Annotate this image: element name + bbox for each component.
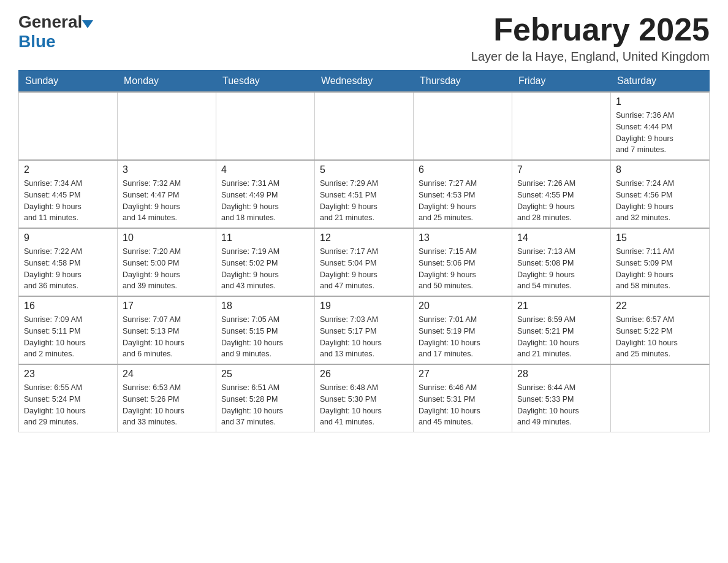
day-number: 27 [419, 369, 507, 380]
day-info: Sunrise: 7:09 AMSunset: 5:11 PMDaylight:… [24, 314, 112, 360]
day-number: 5 [320, 164, 408, 175]
day-info: Sunrise: 7:19 AMSunset: 5:02 PMDaylight:… [221, 246, 309, 292]
day-number: 4 [221, 164, 309, 175]
calendar-week-row: 1Sunrise: 7:36 AMSunset: 4:44 PMDaylight… [19, 92, 710, 160]
calendar-cell [19, 92, 118, 160]
calendar-cell [512, 92, 611, 160]
day-number: 15 [616, 232, 704, 243]
day-info: Sunrise: 6:59 AMSunset: 5:21 PMDaylight:… [517, 314, 605, 360]
day-info: Sunrise: 7:27 AMSunset: 4:53 PMDaylight:… [419, 178, 507, 224]
calendar-cell: 12Sunrise: 7:17 AMSunset: 5:04 PMDayligh… [315, 228, 414, 296]
calendar-cell: 27Sunrise: 6:46 AMSunset: 5:31 PMDayligh… [414, 364, 512, 432]
day-info: Sunrise: 7:32 AMSunset: 4:47 PMDaylight:… [123, 178, 211, 224]
calendar-cell: 8Sunrise: 7:24 AMSunset: 4:56 PMDaylight… [611, 160, 710, 228]
calendar-cell: 18Sunrise: 7:05 AMSunset: 5:15 PMDayligh… [216, 296, 315, 364]
day-number: 26 [320, 369, 408, 380]
day-number: 25 [221, 369, 309, 380]
day-info: Sunrise: 6:44 AMSunset: 5:33 PMDaylight:… [517, 382, 605, 428]
day-info: Sunrise: 7:26 AMSunset: 4:55 PMDaylight:… [517, 178, 605, 224]
calendar-cell: 19Sunrise: 7:03 AMSunset: 5:17 PMDayligh… [315, 296, 414, 364]
day-info: Sunrise: 7:07 AMSunset: 5:13 PMDaylight:… [123, 314, 211, 360]
day-info: Sunrise: 6:53 AMSunset: 5:26 PMDaylight:… [123, 382, 211, 428]
day-number: 28 [517, 369, 605, 380]
day-number: 18 [221, 301, 309, 312]
day-info: Sunrise: 7:03 AMSunset: 5:17 PMDaylight:… [320, 314, 408, 360]
day-number: 11 [221, 232, 309, 243]
day-number: 19 [320, 301, 408, 312]
calendar-cell: 13Sunrise: 7:15 AMSunset: 5:06 PMDayligh… [414, 228, 512, 296]
day-info: Sunrise: 7:01 AMSunset: 5:19 PMDaylight:… [419, 314, 507, 360]
day-info: Sunrise: 7:17 AMSunset: 5:04 PMDaylight:… [320, 246, 408, 292]
calendar-cell: 24Sunrise: 6:53 AMSunset: 5:26 PMDayligh… [118, 364, 216, 432]
logo-arrow-icon [82, 20, 93, 28]
logo-general-text: General [18, 12, 82, 32]
calendar-cell: 4Sunrise: 7:31 AMSunset: 4:49 PMDaylight… [216, 160, 315, 228]
day-number: 14 [517, 232, 605, 243]
calendar-cell: 16Sunrise: 7:09 AMSunset: 5:11 PMDayligh… [19, 296, 118, 364]
calendar-cell: 15Sunrise: 7:11 AMSunset: 5:09 PMDayligh… [611, 228, 710, 296]
day-number: 13 [419, 232, 507, 243]
day-number: 16 [24, 301, 112, 312]
day-info: Sunrise: 7:31 AMSunset: 4:49 PMDaylight:… [221, 178, 309, 224]
page-title: February 2025 [471, 12, 710, 47]
calendar-cell: 3Sunrise: 7:32 AMSunset: 4:47 PMDaylight… [118, 160, 216, 228]
calendar-cell: 21Sunrise: 6:59 AMSunset: 5:21 PMDayligh… [512, 296, 611, 364]
day-info: Sunrise: 7:20 AMSunset: 5:00 PMDaylight:… [123, 246, 211, 292]
calendar-header-monday: Monday [118, 71, 216, 93]
calendar-header-thursday: Thursday [414, 71, 512, 93]
calendar-cell: 23Sunrise: 6:55 AMSunset: 5:24 PMDayligh… [19, 364, 118, 432]
day-info: Sunrise: 6:48 AMSunset: 5:30 PMDaylight:… [320, 382, 408, 428]
calendar-cell: 10Sunrise: 7:20 AMSunset: 5:00 PMDayligh… [118, 228, 216, 296]
day-info: Sunrise: 7:36 AMSunset: 4:44 PMDaylight:… [616, 110, 704, 156]
calendar-week-row: 23Sunrise: 6:55 AMSunset: 5:24 PMDayligh… [19, 364, 710, 432]
calendar-cell [315, 92, 414, 160]
calendar-table: SundayMondayTuesdayWednesdayThursdayFrid… [18, 70, 710, 432]
calendar-cell [414, 92, 512, 160]
day-info: Sunrise: 7:13 AMSunset: 5:08 PMDaylight:… [517, 246, 605, 292]
calendar-cell: 28Sunrise: 6:44 AMSunset: 5:33 PMDayligh… [512, 364, 611, 432]
day-number: 22 [616, 301, 704, 312]
day-number: 21 [517, 301, 605, 312]
day-info: Sunrise: 7:05 AMSunset: 5:15 PMDaylight:… [221, 314, 309, 360]
calendar-week-row: 9Sunrise: 7:22 AMSunset: 4:58 PMDaylight… [19, 228, 710, 296]
calendar-cell: 20Sunrise: 7:01 AMSunset: 5:19 PMDayligh… [414, 296, 512, 364]
calendar-cell: 5Sunrise: 7:29 AMSunset: 4:51 PMDaylight… [315, 160, 414, 228]
calendar-header-friday: Friday [512, 71, 611, 93]
calendar-week-row: 2Sunrise: 7:34 AMSunset: 4:45 PMDaylight… [19, 160, 710, 228]
calendar-cell: 26Sunrise: 6:48 AMSunset: 5:30 PMDayligh… [315, 364, 414, 432]
calendar-cell [216, 92, 315, 160]
calendar-cell: 25Sunrise: 6:51 AMSunset: 5:28 PMDayligh… [216, 364, 315, 432]
day-number: 8 [616, 164, 704, 175]
logo: General Blue [18, 12, 93, 52]
day-number: 6 [419, 164, 507, 175]
page-header: General Blue February 2025 Layer de la H… [18, 12, 710, 64]
calendar-week-row: 16Sunrise: 7:09 AMSunset: 5:11 PMDayligh… [19, 296, 710, 364]
day-info: Sunrise: 6:57 AMSunset: 5:22 PMDaylight:… [616, 314, 704, 360]
calendar-cell: 6Sunrise: 7:27 AMSunset: 4:53 PMDaylight… [414, 160, 512, 228]
calendar-header-sunday: Sunday [19, 71, 118, 93]
day-info: Sunrise: 7:22 AMSunset: 4:58 PMDaylight:… [24, 246, 112, 292]
calendar-cell: 2Sunrise: 7:34 AMSunset: 4:45 PMDaylight… [19, 160, 118, 228]
calendar-cell: 22Sunrise: 6:57 AMSunset: 5:22 PMDayligh… [611, 296, 710, 364]
calendar-cell [118, 92, 216, 160]
calendar-cell [611, 364, 710, 432]
day-number: 17 [123, 301, 211, 312]
day-number: 24 [123, 369, 211, 380]
calendar-cell: 11Sunrise: 7:19 AMSunset: 5:02 PMDayligh… [216, 228, 315, 296]
day-number: 23 [24, 369, 112, 380]
calendar-header-saturday: Saturday [611, 71, 710, 93]
calendar-header-row: SundayMondayTuesdayWednesdayThursdayFrid… [19, 71, 710, 93]
day-info: Sunrise: 7:15 AMSunset: 5:06 PMDaylight:… [419, 246, 507, 292]
title-block: February 2025 Layer de la Haye, England,… [471, 12, 710, 64]
day-number: 10 [123, 232, 211, 243]
calendar-cell: 7Sunrise: 7:26 AMSunset: 4:55 PMDaylight… [512, 160, 611, 228]
day-number: 7 [517, 164, 605, 175]
day-info: Sunrise: 6:55 AMSunset: 5:24 PMDaylight:… [24, 382, 112, 428]
day-info: Sunrise: 7:11 AMSunset: 5:09 PMDaylight:… [616, 246, 704, 292]
logo-blue-text: Blue [18, 32, 56, 52]
calendar-cell: 14Sunrise: 7:13 AMSunset: 5:08 PMDayligh… [512, 228, 611, 296]
day-number: 12 [320, 232, 408, 243]
calendar-cell: 9Sunrise: 7:22 AMSunset: 4:58 PMDaylight… [19, 228, 118, 296]
day-info: Sunrise: 7:34 AMSunset: 4:45 PMDaylight:… [24, 178, 112, 224]
day-number: 3 [123, 164, 211, 175]
